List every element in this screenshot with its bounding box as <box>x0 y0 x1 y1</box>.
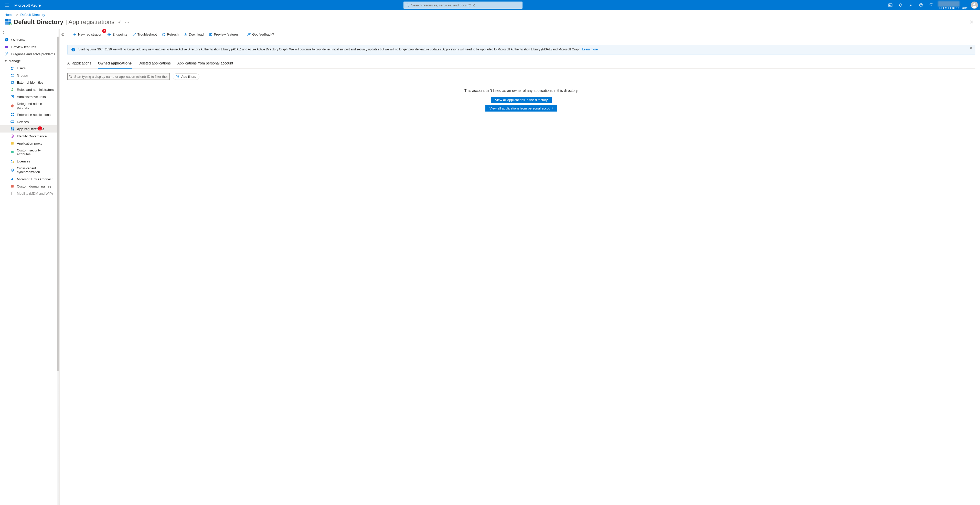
cross-tenant-icon <box>10 168 14 172</box>
svg-rect-36 <box>11 151 14 153</box>
svg-rect-38 <box>13 162 14 163</box>
svg-text:i: i <box>73 48 73 51</box>
applications-filter-input[interactable] <box>67 73 170 80</box>
identity-governance-icon <box>10 134 14 138</box>
account-avatar[interactable] <box>971 2 978 9</box>
sidebar-item-preview-features[interactable]: Preview features <box>0 43 59 51</box>
sidebar-badge: 1 <box>38 126 42 130</box>
svg-rect-40 <box>11 185 14 187</box>
sidebar-item-entra-connect[interactable]: Microsoft Entra Connect <box>0 176 59 183</box>
cmd-got-feedback[interactable]: Got feedback? <box>245 29 277 40</box>
svg-rect-31 <box>11 129 12 130</box>
cmd-new-registration[interactable]: New registration 2 <box>70 29 105 40</box>
custom-domains-icon <box>10 184 14 188</box>
sidebar-item-users[interactable]: Users <box>0 65 59 71</box>
sidebar-item-custom-domains[interactable]: Custom domain names <box>0 183 59 190</box>
preview-icon <box>5 45 9 49</box>
breadcrumb: Home > Default Directory <box>0 10 980 18</box>
close-icon <box>970 46 972 49</box>
tab-deleted-applications[interactable]: Deleted applications <box>138 59 171 68</box>
cloud-shell-button[interactable] <box>885 0 896 10</box>
sidebar-item-identity-governance[interactable]: Identity Governance <box>0 132 59 140</box>
tab-owned-applications[interactable]: Owned applications <box>98 59 132 68</box>
sidebar-item-devices[interactable]: Devices <box>0 118 59 125</box>
sidebar-item-roles[interactable]: Roles and administrators <box>0 86 59 93</box>
collapse-sidebar-button[interactable] <box>60 33 66 36</box>
preview-icon <box>209 33 213 37</box>
view-all-personal-button[interactable]: View all applications from personal acco… <box>485 105 557 111</box>
pin-button[interactable] <box>118 20 122 24</box>
info-icon: i <box>5 38 9 42</box>
view-all-directory-button[interactable]: View all applications in the directory <box>491 97 552 103</box>
sidebar-item-licenses[interactable]: Licenses <box>0 157 59 165</box>
add-filters-button[interactable]: Add filters <box>173 73 199 80</box>
filters-row: Add filters <box>67 73 975 80</box>
cmd-endpoints[interactable]: Endpoints <box>105 29 130 40</box>
entra-connect-icon <box>10 177 14 181</box>
svg-point-19 <box>11 82 12 83</box>
sidebar-item-enterprise-apps[interactable]: Enterprise applications <box>0 111 59 118</box>
sidebar-item-custom-security[interactable]: Custom security attributes <box>0 147 59 157</box>
info-banner-link[interactable]: Learn more <box>582 48 598 51</box>
breadcrumb-current[interactable]: Default Directory <box>21 13 45 17</box>
svg-point-3 <box>910 5 912 6</box>
sidebar-item-diagnose[interactable]: Diagnose and solve problems <box>0 51 59 57</box>
chevron-double-left-icon <box>61 33 64 36</box>
sidebar-item-cross-tenant[interactable]: Cross-tenant synchronization <box>0 165 59 176</box>
svg-point-20 <box>12 88 13 89</box>
sidebar-item-admin-units[interactable]: Administrative units <box>0 93 59 100</box>
svg-rect-29 <box>11 127 12 129</box>
more-button[interactable]: ··· <box>125 20 130 24</box>
filter-icon <box>176 75 180 78</box>
sidebar-item-app-registrations[interactable]: App registrations 1 <box>0 125 59 132</box>
svg-point-48 <box>69 75 71 77</box>
breadcrumb-separator: > <box>16 13 18 17</box>
info-banner-dismiss[interactable] <box>970 46 972 49</box>
help-button[interactable] <box>916 0 926 10</box>
cmd-download[interactable]: Download <box>181 29 206 40</box>
devices-icon <box>10 120 14 124</box>
svg-rect-6 <box>5 19 8 22</box>
command-bar: New registration 2 Endpoints Troubleshoo… <box>60 29 980 40</box>
svg-point-15 <box>13 67 14 68</box>
sidebar-item-mobility[interactable]: Mobility (MDM and WIP) <box>0 190 59 197</box>
settings-button[interactable] <box>906 0 916 10</box>
plus-icon <box>73 33 76 37</box>
tenant-label: DEFAULT DIRECTORY <box>938 6 969 10</box>
sidebar-item-external-identities[interactable]: External Identities <box>0 79 59 86</box>
hamburger-button[interactable] <box>2 0 12 10</box>
sidebar-group-manage[interactable]: Manage <box>0 57 59 65</box>
close-button[interactable] <box>968 18 975 26</box>
tab-all-applications[interactable]: All applications <box>67 59 91 68</box>
cmd-troubleshoot[interactable]: Troubleshoot <box>130 29 159 40</box>
sidebar-scroll-thumb[interactable] <box>57 37 59 371</box>
svg-rect-23 <box>11 113 12 114</box>
cmd-separator <box>243 32 243 37</box>
groups-icon <box>10 73 14 77</box>
sidebar-item-app-proxy[interactable]: Application proxy <box>0 140 59 147</box>
svg-point-44 <box>210 34 211 35</box>
sidebar-item-groups[interactable]: Groups <box>0 71 59 79</box>
notifications-button[interactable] <box>896 0 906 10</box>
sidebar-sort-button[interactable] <box>3 31 5 34</box>
tab-personal-applications[interactable]: Applications from personal account <box>177 59 233 68</box>
svg-rect-7 <box>8 19 11 22</box>
admin-units-icon <box>10 95 14 99</box>
info-banner-text: Starting June 30th, 2020 we will no long… <box>78 48 598 52</box>
empty-state-message: This account isn't listed as an owner of… <box>67 89 975 93</box>
roles-icon <box>10 87 14 92</box>
svg-line-1 <box>408 6 409 7</box>
directory-icon <box>5 18 12 25</box>
mobility-icon <box>10 191 14 195</box>
svg-point-34 <box>12 136 13 137</box>
cmd-refresh[interactable]: Refresh <box>159 29 181 40</box>
svg-point-0 <box>406 4 408 6</box>
global-search-input[interactable] <box>404 2 522 9</box>
cmd-preview-features[interactable]: Preview features <box>206 29 242 40</box>
sort-icon <box>3 31 5 34</box>
sidebar-item-delegated[interactable]: Delegated admin partners <box>0 100 59 111</box>
sidebar-item-overview[interactable]: iOverview <box>0 36 59 43</box>
breadcrumb-home[interactable]: Home <box>5 13 14 17</box>
top-bar: Microsoft Azure DEFAULT DIRECTORY <box>0 0 980 10</box>
feedback-button[interactable] <box>926 0 937 10</box>
